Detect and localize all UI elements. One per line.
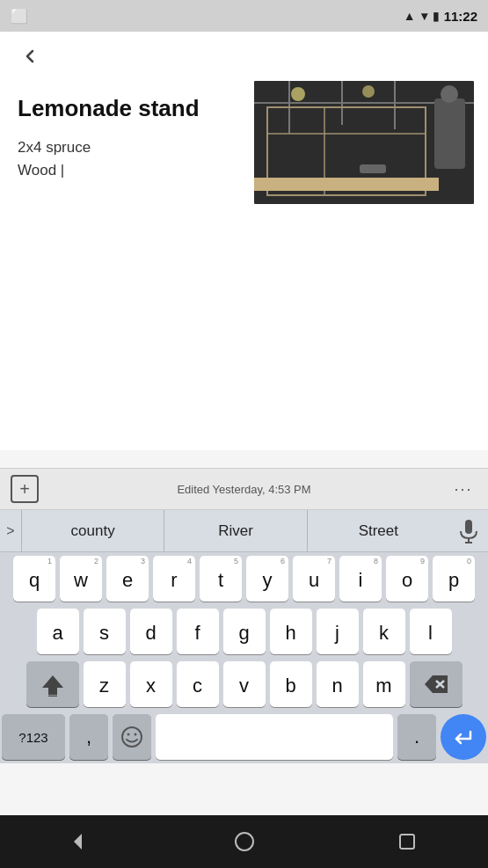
key-r[interactable]: 4 r bbox=[153, 556, 195, 602]
key-y[interactable]: 6 y bbox=[246, 556, 288, 602]
key-u[interactable]: 7 u bbox=[293, 556, 335, 602]
suggestion-street[interactable]: Street bbox=[307, 510, 449, 552]
emoji-icon bbox=[120, 726, 143, 748]
status-left: ⬜ bbox=[11, 8, 28, 25]
main-content: Lemonade stand 2x4 spruce Wood | bbox=[0, 32, 488, 450]
nav-home-icon bbox=[234, 831, 255, 852]
note-line2: Wood | bbox=[18, 159, 470, 182]
suggestions-row: > county River Street bbox=[0, 510, 488, 552]
mic-button[interactable] bbox=[449, 510, 488, 552]
key-g[interactable]: g bbox=[223, 609, 266, 654]
note-title: Lemonade stand bbox=[18, 95, 470, 122]
key-o[interactable]: 9 o bbox=[386, 556, 428, 602]
key-m[interactable]: m bbox=[363, 661, 405, 707]
svg-rect-27 bbox=[400, 835, 414, 849]
battery-icon: ▮ bbox=[433, 10, 439, 23]
wifi-icon: ▾ bbox=[421, 9, 427, 23]
note-area: Lemonade stand 2x4 spruce Wood | bbox=[0, 81, 488, 195]
key-w[interactable]: 2 w bbox=[60, 556, 102, 602]
keyboard-row1: 1 q 2 w 3 e 4 r 5 t 6 y 7 u 8 i bbox=[0, 552, 488, 605]
keyboard: > county River Street 1 q 2 w bbox=[0, 510, 488, 763]
keyboard-row3: z x c v b n m bbox=[0, 658, 488, 711]
key-l[interactable]: l bbox=[410, 609, 452, 654]
comma-label: , bbox=[86, 726, 91, 748]
space-key[interactable] bbox=[156, 714, 393, 760]
nav-home-button[interactable] bbox=[222, 820, 266, 864]
nav-back-button[interactable] bbox=[60, 820, 104, 864]
app-icon: ⬜ bbox=[11, 8, 28, 25]
key-c[interactable]: c bbox=[177, 661, 219, 707]
add-button[interactable]: + bbox=[11, 475, 39, 503]
svg-marker-18 bbox=[42, 675, 63, 695]
clock: 11:22 bbox=[444, 9, 477, 24]
nav-recent-button[interactable] bbox=[385, 820, 429, 864]
svg-point-26 bbox=[236, 833, 253, 850]
key-x[interactable]: x bbox=[130, 661, 172, 707]
key-v[interactable]: v bbox=[223, 661, 266, 707]
keyboard-row4: ?123 , . bbox=[0, 711, 488, 763]
svg-marker-25 bbox=[74, 834, 82, 850]
key-a[interactable]: a bbox=[37, 609, 79, 654]
edit-status: Edited Yesterday, 4:53 PM bbox=[177, 483, 310, 496]
back-button[interactable] bbox=[14, 40, 46, 72]
note-line1: 2x4 spruce bbox=[18, 136, 470, 159]
bottom-bar: + Edited Yesterday, 4:53 PM ··· bbox=[0, 468, 488, 510]
status-bar: ⬜ ▲ ▾ ▮ 11:22 bbox=[0, 0, 488, 32]
nav-recent-icon bbox=[398, 833, 416, 850]
status-right: ▲ ▾ ▮ 11:22 bbox=[404, 9, 477, 24]
key-j[interactable]: j bbox=[317, 609, 359, 654]
key-t[interactable]: 5 t bbox=[200, 556, 242, 602]
suggestion-river[interactable]: River bbox=[164, 510, 306, 552]
toolbar bbox=[0, 32, 488, 81]
note-body: 2x4 spruce Wood | bbox=[18, 136, 470, 181]
key-e[interactable]: 3 e bbox=[106, 556, 149, 602]
key-n[interactable]: n bbox=[317, 661, 359, 707]
emoji-button[interactable] bbox=[113, 714, 151, 760]
keyboard-row2: a s d f g h j k l bbox=[0, 605, 488, 658]
more-button[interactable]: ··· bbox=[449, 475, 477, 503]
key-b[interactable]: b bbox=[270, 661, 312, 707]
suggestion-arrow[interactable]: > bbox=[0, 510, 21, 552]
svg-rect-15 bbox=[465, 520, 472, 534]
nav-back-icon bbox=[72, 832, 91, 851]
suggestion-county[interactable]: county bbox=[21, 510, 164, 552]
svg-point-23 bbox=[127, 733, 130, 736]
key-h[interactable]: h bbox=[270, 609, 312, 654]
key-i[interactable]: 8 i bbox=[339, 556, 382, 602]
key-k[interactable]: k bbox=[363, 609, 405, 654]
comma-key[interactable]: , bbox=[69, 714, 108, 760]
period-label: . bbox=[414, 726, 419, 748]
key-d[interactable]: d bbox=[130, 609, 172, 654]
signal-icon: ▲ bbox=[404, 9, 416, 23]
mic-icon bbox=[459, 519, 478, 543]
key-s[interactable]: s bbox=[84, 609, 126, 654]
svg-point-24 bbox=[135, 733, 137, 736]
backspace-icon bbox=[424, 675, 448, 694]
period-key[interactable]: . bbox=[397, 714, 436, 760]
num-label: ?123 bbox=[18, 730, 47, 745]
key-p[interactable]: 0 p bbox=[433, 556, 475, 602]
num-switch-button[interactable]: ?123 bbox=[2, 714, 65, 760]
enter-button[interactable] bbox=[441, 714, 486, 760]
svg-point-22 bbox=[122, 727, 142, 747]
backspace-button[interactable] bbox=[410, 661, 463, 707]
shift-icon bbox=[40, 672, 65, 697]
key-z[interactable]: z bbox=[84, 661, 126, 707]
enter-icon bbox=[453, 726, 474, 748]
key-f[interactable]: f bbox=[177, 609, 219, 654]
shift-button[interactable] bbox=[26, 661, 79, 707]
bottom-nav bbox=[0, 815, 488, 868]
key-q[interactable]: 1 q bbox=[13, 556, 55, 602]
